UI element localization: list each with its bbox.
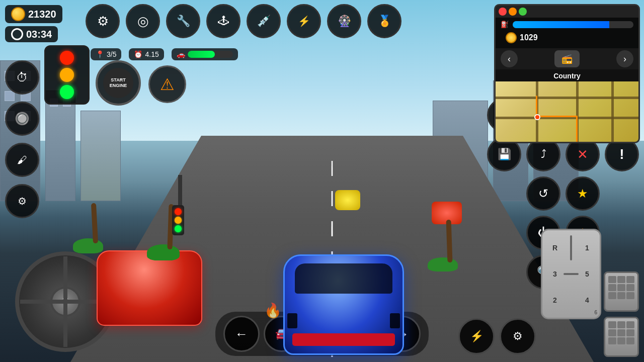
pedal-cell xyxy=(608,337,616,344)
pedal-cell xyxy=(626,329,634,336)
gear-4[interactable]: 4 xyxy=(580,288,595,313)
traffic-light-panel xyxy=(44,45,90,105)
pedal-cell xyxy=(617,321,625,328)
pedal-cell xyxy=(626,321,634,328)
traffic-light-box xyxy=(44,45,90,105)
start-engine-button[interactable]: START ENGINE xyxy=(96,60,141,106)
nav-header xyxy=(496,6,638,18)
engine-left-button[interactable]: ⚙ xyxy=(5,184,39,218)
fuel-pump-icon: ⛽ xyxy=(501,21,509,28)
pedal-cell xyxy=(617,284,625,291)
pedal-cell xyxy=(617,292,625,299)
gear-col-center-top xyxy=(564,235,579,260)
gear-2[interactable]: 2 xyxy=(547,288,562,313)
npc-car-yellow xyxy=(335,190,360,210)
boost-button[interactable]: 💉 xyxy=(247,4,281,38)
nav-prev-button[interactable]: ‹ xyxy=(501,50,518,67)
upgrade-button[interactable]: 🕹 xyxy=(206,4,240,38)
gear-6-label[interactable]: 6 xyxy=(594,310,597,315)
gas-pedal[interactable] xyxy=(604,317,639,357)
favorite-button[interactable]: ★ xyxy=(566,176,600,211)
scene-traffic-light xyxy=(176,175,184,235)
gear-R[interactable]: R xyxy=(547,235,562,260)
warning-icon: ⚠ xyxy=(160,75,175,94)
tire-button[interactable]: ◎ xyxy=(126,4,160,38)
pedal-cell xyxy=(617,329,625,336)
clock-icon xyxy=(11,28,23,40)
pedal-cell xyxy=(626,276,634,283)
gear-1[interactable]: 1 xyxy=(580,235,595,260)
map-route-2 xyxy=(536,116,578,117)
paint-left-button[interactable]: 🖌 xyxy=(5,143,39,177)
pedals xyxy=(604,272,639,357)
nav-country-label: Country xyxy=(553,72,581,80)
nav-panel[interactable]: ⛽ 1029 ‹ 📻 › Country xyxy=(494,4,640,143)
nav-country-container: Country xyxy=(496,69,638,81)
boost-right-button[interactable]: ⚡ xyxy=(458,318,495,354)
pedal-cell xyxy=(617,337,625,344)
timer-value: 03:34 xyxy=(26,29,52,40)
transmission-button[interactable]: ⚡ xyxy=(287,4,321,38)
tl-red xyxy=(60,51,74,65)
right-bottom-icons: ⚡ ⚙ xyxy=(458,318,536,354)
npc-car-red xyxy=(97,250,202,326)
tl-yellow xyxy=(60,68,74,82)
steering-spoke-v xyxy=(63,256,67,347)
gear-right-button[interactable]: ⚙ xyxy=(500,318,536,354)
gear-shifter[interactable]: R 1 3 5 2 4 6 xyxy=(541,229,601,319)
nav-coin-display: 1029 xyxy=(501,30,633,45)
pedal-cell xyxy=(608,284,616,291)
pedal-cell xyxy=(617,276,625,283)
wheel-button[interactable]: 🎡 xyxy=(327,4,361,38)
achievement-button[interactable]: 🏅 xyxy=(367,4,401,38)
gear-grid: R 1 3 5 2 4 xyxy=(547,235,595,313)
nav-controls[interactable]: ‹ 📻 › xyxy=(496,48,638,69)
crash-sparks: 🔥 xyxy=(264,302,282,319)
coin-value: 21320 xyxy=(28,9,56,20)
nav-max-button[interactable] xyxy=(519,8,527,16)
nav-next-button[interactable]: › xyxy=(616,50,633,67)
coin-display: 21320 xyxy=(5,5,62,23)
nav-close-button[interactable] xyxy=(499,8,507,16)
palm-tree-1 xyxy=(86,203,103,253)
map-road-h1 xyxy=(496,97,638,99)
nav-min-button[interactable] xyxy=(509,8,517,16)
warning-button[interactable]: ⚠ xyxy=(148,65,186,103)
gear-col-center-bot xyxy=(564,288,579,313)
start-engine-inner: START ENGINE xyxy=(103,68,133,98)
nav-coin-icon xyxy=(506,32,517,43)
start-engine-label: START ENGINE xyxy=(103,77,133,88)
minimap-bg xyxy=(496,81,638,142)
nav-radio-icon[interactable]: 📻 xyxy=(554,50,580,67)
coin-icon xyxy=(11,7,25,21)
pedal-cell xyxy=(608,276,616,283)
settings-button[interactable]: ⚙ xyxy=(86,4,120,38)
turn-left-button[interactable]: ← xyxy=(223,316,260,352)
pedal-cell xyxy=(608,321,616,328)
speedometer-button[interactable]: ⏱ xyxy=(5,60,39,95)
right-row-3: ↺ ★ xyxy=(487,176,639,211)
pedal-cell xyxy=(626,284,634,291)
fuel-row: ⛽ xyxy=(501,21,633,28)
palm-tree-3 xyxy=(440,220,458,272)
tl-green xyxy=(60,85,74,99)
left-icons: ⏱ 🔘 🖌 ⚙ xyxy=(5,60,39,218)
brake-pedal[interactable] xyxy=(604,272,639,312)
minimap[interactable] xyxy=(496,81,638,142)
nav-fuel-section: ⛽ 1029 xyxy=(496,18,638,48)
wrench-button[interactable]: 🔧 xyxy=(166,4,200,38)
top-toolbar: ⚙ ◎ 🔧 🕹 💉 ⚡ 🎡 🏅 xyxy=(86,4,401,38)
gear-col-center-mid xyxy=(564,261,579,287)
gear-3[interactable]: 3 xyxy=(547,261,562,287)
timer-display: 03:34 xyxy=(5,26,58,42)
nav-coin-value: 1029 xyxy=(520,33,538,42)
pedal-cell xyxy=(608,292,616,299)
fuel-fill xyxy=(513,21,609,28)
wheel-left-button[interactable]: 🔘 xyxy=(5,102,39,136)
reset-button[interactable]: ↺ xyxy=(526,176,560,211)
pedal-cell xyxy=(608,329,616,336)
map-road-v3 xyxy=(611,81,614,142)
pedal-cell xyxy=(626,337,634,344)
gear-5[interactable]: 5 xyxy=(580,261,595,287)
fuel-bar xyxy=(513,21,633,28)
